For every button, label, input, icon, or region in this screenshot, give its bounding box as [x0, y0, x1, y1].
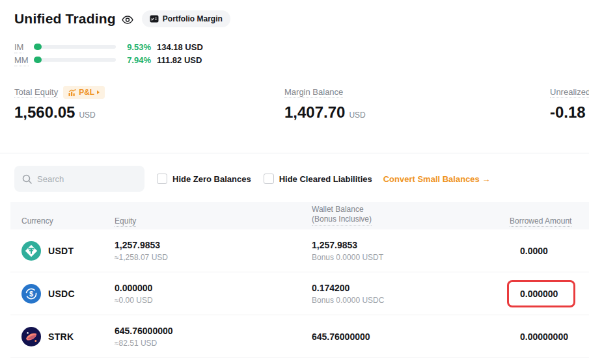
borrowed-amount-value: 0.000000 [520, 289, 573, 299]
currency-symbol: STRK [48, 332, 74, 342]
wallet-bonus-value: Bonus 0.0000 USDC [312, 296, 510, 305]
total-equity-label[interactable]: Total Equity [14, 87, 58, 98]
section-divider [0, 153, 589, 153]
pnl-chart-icon [68, 89, 76, 96]
mm-row: MM 7.94% 111.82 USD [14, 53, 589, 66]
portfolio-margin-icon [150, 15, 159, 23]
mm-progress-bar [34, 58, 116, 62]
hide-zero-label: Hide Zero Balances [172, 174, 251, 184]
strk-coin-icon [21, 327, 41, 346]
pnl-button[interactable]: P&L [63, 86, 105, 99]
im-percent: 9.53% [121, 42, 151, 52]
search-input[interactable] [37, 174, 135, 184]
im-amount: 134.18 USD [157, 42, 203, 52]
hide-cleared-checkbox[interactable] [264, 174, 274, 184]
borrowed-amount-value: 0.00000000 [520, 332, 589, 342]
currency-symbol: USDC [48, 289, 75, 299]
search-box[interactable] [14, 166, 144, 192]
table-row-usdc[interactable]: $ USDC 0.000000 ≈0.00 USD 0.174200 Bonus… [10, 272, 589, 315]
total-equity-value: 1,560.05 [14, 103, 75, 122]
svg-text:$: $ [29, 290, 33, 298]
page-title: Unified Trading [14, 11, 116, 27]
equity-usd-value: ≈82.51 USD [115, 339, 312, 348]
equity-usd-value: ≈1,258.07 USD [115, 253, 312, 262]
col-header-wallet-balance[interactable]: Wallet Balance (Bonus Inclusive) [312, 205, 510, 226]
margin-balance-unit: USD [349, 110, 365, 120]
col-header-equity[interactable]: Equity [115, 216, 312, 226]
portfolio-margin-badge[interactable]: Portfolio Margin [142, 10, 230, 27]
hide-zero-balances-filter[interactable]: Hide Zero Balances [157, 174, 251, 184]
col-header-currency: Currency [21, 216, 115, 226]
im-label[interactable]: IM [14, 42, 34, 52]
table-row-strk[interactable]: STRK 645.76000000 ≈82.51 USD 645.7600000… [10, 315, 589, 358]
total-equity-block: Total Equity P&L 1,560.05 USD [14, 86, 105, 122]
usdt-coin-icon [21, 241, 41, 261]
table-header: Currency Equity Wallet Balance (Bonus In… [10, 202, 589, 229]
unrealized-pnl-label[interactable]: Unrealized P&L [550, 87, 589, 98]
im-row: IM 9.53% 134.18 USD [14, 40, 589, 53]
mm-percent: 7.94% [121, 55, 151, 65]
mm-amount: 111.82 USD [157, 55, 202, 65]
im-progress-dot [34, 44, 42, 50]
equity-value: 645.76000000 [115, 326, 312, 336]
search-icon [22, 174, 32, 184]
margin-balance-block: Margin Balance 1,407.70 USD [284, 86, 366, 122]
table-row-usdt[interactable]: USDT 1,257.9853 ≈1,258.07 USD 1,257.9853… [10, 229, 589, 272]
pnl-label: P&L [79, 88, 94, 97]
asset-table: Currency Equity Wallet Balance (Bonus In… [10, 202, 589, 358]
hide-cleared-label: Hide Cleared Liabilities [279, 174, 372, 184]
filter-bar: Hide Zero Balances Hide Cleared Liabilit… [14, 166, 589, 192]
wallet-bonus-value: Bonus 0.0000 USDT [312, 253, 510, 262]
currency-symbol: USDT [48, 246, 74, 256]
wallet-balance-value: 1,257.9853 [312, 240, 510, 250]
unrealized-pnl-value: -0.18 [550, 103, 586, 122]
account-summary: Total Equity P&L 1,560.05 USD Margin Bal… [0, 86, 589, 124]
mm-label[interactable]: MM [14, 55, 34, 65]
page-header: Unified Trading Portfolio Margin [14, 9, 589, 29]
im-progress-bar [34, 45, 116, 49]
borrowed-amount-value: 0.0000 [520, 246, 589, 256]
margin-balance-label[interactable]: Margin Balance [284, 87, 343, 98]
wallet-balance-value: 645.76000000 [312, 332, 510, 342]
margin-ratio-block: IM 9.53% 134.18 USD MM 7.94% 111.82 USD [14, 40, 589, 66]
caret-right-icon [97, 90, 100, 94]
convert-small-balances-link[interactable]: Convert Small Balances → [383, 174, 491, 184]
equity-value: 1,257.9853 [115, 240, 312, 250]
equity-value: 0.000000 [115, 283, 312, 293]
hide-cleared-liabilities-filter[interactable]: Hide Cleared Liabilities [264, 174, 372, 184]
col-header-borrowed-amount[interactable]: Borrowed Amount [510, 216, 589, 226]
unrealized-pnl-block: Unrealized P&L -0.18 [550, 86, 589, 122]
portfolio-margin-label: Portfolio Margin [163, 14, 223, 23]
wallet-balance-value: 0.174200 [312, 283, 510, 293]
eye-icon [122, 16, 133, 24]
hide-zero-checkbox[interactable] [157, 174, 167, 184]
margin-balance-value: 1,407.70 [284, 103, 345, 122]
mm-progress-dot [34, 57, 42, 63]
equity-usd-value: ≈0.00 USD [115, 296, 312, 305]
usdc-coin-icon: $ [21, 284, 41, 304]
visibility-toggle[interactable] [122, 16, 133, 24]
total-equity-unit: USD [79, 110, 95, 120]
annotation-red-box: 0.000000 [507, 280, 575, 307]
